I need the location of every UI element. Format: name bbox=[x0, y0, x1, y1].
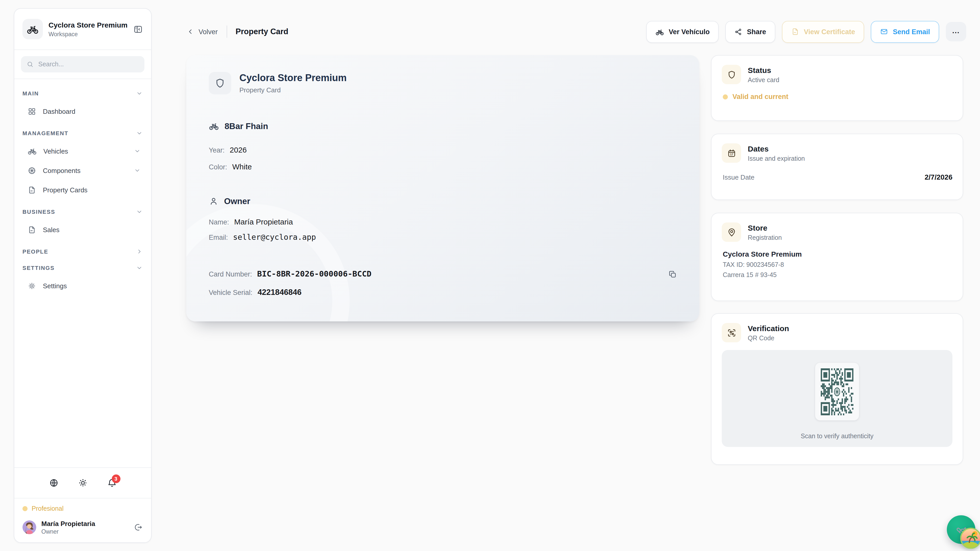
sun-icon bbox=[78, 478, 88, 488]
divider bbox=[14, 49, 151, 50]
issue-date-row: Issue Date 2/7/2026 bbox=[722, 173, 953, 181]
notifications-button[interactable]: 3 bbox=[107, 478, 117, 488]
status-title: Status bbox=[748, 65, 780, 75]
copy-button[interactable] bbox=[668, 270, 677, 278]
divider bbox=[226, 25, 227, 38]
gear-icon bbox=[27, 281, 36, 290]
nav-section-main[interactable]: MAIN bbox=[22, 89, 143, 97]
sidebar-nav: MAIN Dashboard MANAGEMENT Vehicles bbox=[14, 79, 151, 303]
map-pin-icon bbox=[727, 227, 736, 237]
search-input[interactable]: Search... bbox=[21, 56, 145, 73]
status-subtitle: Active card bbox=[748, 76, 780, 83]
chevron-left-icon bbox=[186, 27, 194, 36]
owner-email-row: Email: seller@cyclora.app bbox=[209, 233, 677, 242]
search-icon bbox=[27, 61, 34, 68]
vehicle-color: White bbox=[232, 162, 252, 171]
user-role: Owner bbox=[41, 529, 129, 535]
ellipsis-icon: ... bbox=[952, 26, 959, 35]
store-panel: Store Registration Cyclora Store Premium… bbox=[711, 213, 963, 301]
verification-iconbox bbox=[722, 323, 741, 342]
sidebar-collapse-button[interactable] bbox=[133, 24, 143, 34]
owner-section-header: Owner bbox=[209, 197, 677, 206]
status-iconbox bbox=[722, 65, 741, 84]
owner-name-row: Name: María Propietaria bbox=[209, 218, 677, 226]
card-number: BIC-8BR-2026-000006-BCCD bbox=[257, 269, 372, 279]
certificate-icon bbox=[791, 27, 799, 36]
chevron-down-icon bbox=[134, 148, 141, 155]
nav-section-business[interactable]: BUSINESS bbox=[22, 208, 143, 216]
store-name: Cyclora Store Premium bbox=[722, 250, 953, 258]
person-icon bbox=[209, 197, 218, 206]
plan-indicator: Profesional bbox=[22, 505, 143, 513]
card-title: Cyclora Store Premium bbox=[239, 73, 347, 84]
sidebar-item-property-cards[interactable]: Property Cards bbox=[22, 180, 143, 200]
grid-icon bbox=[27, 107, 36, 116]
dates-title: Dates bbox=[748, 144, 805, 153]
chevron-down-icon bbox=[136, 264, 143, 272]
owner-email: seller@cyclora.app bbox=[233, 233, 316, 242]
status-panel: Status Active card Valid and current bbox=[711, 55, 963, 121]
nav-section-people[interactable]: PEOPLE bbox=[22, 248, 143, 256]
wheel-icon bbox=[27, 166, 36, 175]
vehicle-name: 8Bar Fhain bbox=[224, 121, 268, 131]
search-placeholder: Search... bbox=[38, 61, 64, 68]
logout-button[interactable] bbox=[134, 523, 143, 532]
language-button[interactable] bbox=[49, 478, 59, 488]
sidebar-item-dashboard[interactable]: Dashboard bbox=[22, 102, 143, 121]
sidebar-footer: 3 Profesional bbox=[14, 468, 151, 542]
user-row[interactable]: María Propietaria Owner bbox=[22, 520, 143, 535]
bicycle-icon bbox=[209, 121, 219, 131]
app-root: Cyclora Store Premium Workspace Search..… bbox=[0, 0, 980, 551]
property-card: Cyclora Store Premium Property Card 8Bar… bbox=[186, 55, 699, 321]
nav-section-management[interactable]: MANAGEMENT bbox=[22, 129, 143, 137]
status-dot bbox=[723, 94, 728, 99]
document-icon bbox=[27, 225, 36, 234]
bicycle-icon bbox=[655, 27, 664, 36]
theme-button[interactable] bbox=[78, 478, 88, 488]
store-address: Carrera 15 # 93-45 bbox=[722, 272, 953, 279]
sidebar-item-settings[interactable]: Settings bbox=[22, 276, 143, 295]
calendar-icon bbox=[727, 148, 736, 158]
topbar: Volver Property Card Ver Vehículo Share … bbox=[186, 21, 966, 43]
issue-date-value: 2/7/2026 bbox=[924, 173, 953, 181]
qr-scan-icon bbox=[727, 328, 736, 338]
send-email-button[interactable]: Send Email bbox=[871, 21, 939, 43]
store-tax-id: TAX ID: 900234567-8 bbox=[722, 261, 953, 268]
nav-section-settings[interactable]: SETTINGS bbox=[22, 264, 143, 272]
sidebar-item-components[interactable]: Components bbox=[22, 161, 143, 180]
chevron-down-icon bbox=[136, 130, 143, 137]
more-options-button[interactable]: ... bbox=[946, 22, 966, 41]
vehicle-section-header: 8Bar Fhain bbox=[209, 121, 677, 131]
logout-icon bbox=[134, 523, 143, 532]
bicycle-icon bbox=[27, 23, 39, 35]
floating-action-button[interactable] bbox=[947, 515, 975, 544]
bicycle-icon bbox=[27, 146, 37, 156]
dates-iconbox bbox=[722, 143, 741, 163]
page-title: Property Card bbox=[235, 27, 288, 36]
qr-code bbox=[815, 363, 859, 421]
panel-collapse-icon bbox=[133, 24, 143, 34]
view-certificate-button[interactable]: View Certificate bbox=[782, 21, 864, 43]
chevron-down-icon bbox=[136, 208, 143, 215]
verification-panel: Verification QR Code Scan to verify auth… bbox=[711, 313, 963, 465]
vehicle-serial: 4221846846 bbox=[258, 288, 301, 297]
owner-name: María Propietaria bbox=[234, 218, 293, 226]
sidebar-item-sales[interactable]: Sales bbox=[22, 220, 143, 239]
back-button[interactable]: Volver bbox=[186, 27, 218, 36]
user-name: María Propietaria bbox=[41, 520, 129, 528]
store-iconbox bbox=[722, 222, 741, 242]
verification-title: Verification bbox=[748, 324, 789, 333]
workspace-name: Cyclora Store Premium bbox=[48, 21, 127, 30]
view-vehicle-button[interactable]: Ver Vehículo bbox=[646, 21, 719, 43]
chevron-down-icon bbox=[136, 90, 143, 97]
plan-label: Profesional bbox=[32, 505, 64, 513]
dates-panel: Dates Issue and expiration Issue Date 2/… bbox=[711, 134, 963, 200]
share-button[interactable]: Share bbox=[725, 21, 775, 43]
sidebar-item-vehicles[interactable]: Vehicles bbox=[22, 141, 143, 161]
copy-icon bbox=[668, 270, 677, 278]
qr-caption: Scan to verify authenticity bbox=[722, 433, 953, 440]
chevron-right-icon bbox=[136, 248, 143, 255]
qr-panel: Scan to verify authenticity bbox=[722, 350, 953, 447]
share-icon bbox=[735, 28, 742, 35]
plan-dot bbox=[22, 507, 27, 511]
